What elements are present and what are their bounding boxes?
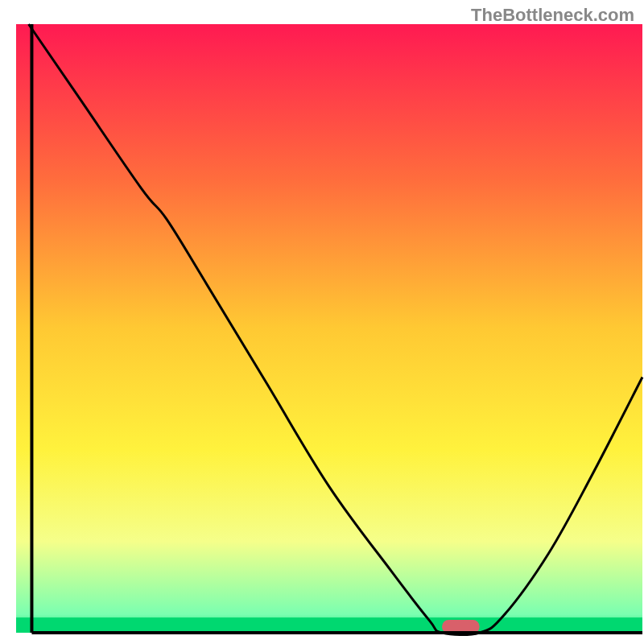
green-band (16, 617, 642, 633)
watermark-text: TheBottleneck.com (471, 5, 634, 26)
chart-container: TheBottleneck.com (0, 0, 644, 644)
chart-svg (0, 0, 644, 644)
gradient-background (16, 24, 642, 633)
